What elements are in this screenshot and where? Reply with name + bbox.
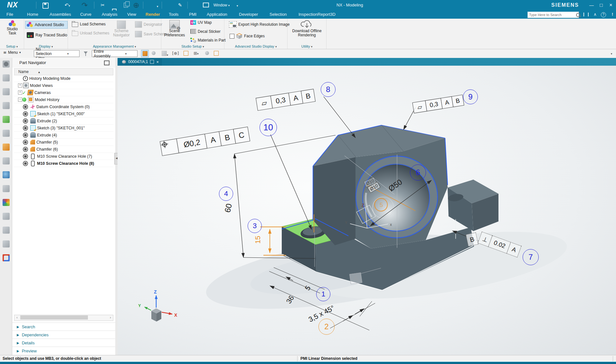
expand-icon[interactable]: +: [18, 90, 22, 95]
tree-row-extrude-2[interactable]: Extrude (2): [14, 117, 113, 125]
menu-button[interactable]: ≡ Menu ▾: [3, 50, 21, 55]
tree-row-hole-7[interactable]: M10 Screw Clearance Hole (7): [14, 153, 113, 160]
resource-tab-icon[interactable]: [3, 61, 10, 68]
resource-tab-icon[interactable]: [3, 144, 10, 151]
cube-outline-icon[interactable]: [213, 50, 220, 57]
group-label-setup[interactable]: Setup ▾: [0, 44, 24, 48]
face-edges-checkbox[interactable]: [230, 34, 234, 39]
tab-render[interactable]: Render: [145, 11, 161, 20]
pmi-balloon-6[interactable]: 6: [410, 164, 426, 181]
spray-icon[interactable]: ✎: [176, 2, 184, 8]
minimize-button[interactable]: —: [587, 1, 596, 9]
resource-tab-icon[interactable]: [3, 240, 10, 247]
tab-selection[interactable]: Selection: [269, 11, 287, 19]
ray-traced-studio-button[interactable]: Ray Traced Studio: [25, 32, 69, 39]
designator-button[interactable]: Designator: [134, 21, 164, 28]
command-search[interactable]: [527, 12, 579, 18]
scroll-left-icon[interactable]: ‹: [14, 315, 20, 320]
graphics-scene[interactable]: x Y Z: [118, 66, 616, 355]
bracket-target-icon[interactable]: [⊕]: [172, 50, 179, 57]
tree-row-hole-8-selected[interactable]: M10 Screw Clearance Hole (8): [14, 160, 113, 167]
visibility-eye-icon[interactable]: [23, 147, 28, 152]
tab-assemblies[interactable]: Assemblies: [49, 11, 71, 19]
help-icon[interactable]: ?: [600, 12, 607, 17]
tab-home[interactable]: Home: [26, 11, 39, 19]
square-target-icon[interactable]: ⊞▾: [191, 50, 201, 57]
scroll-right-icon[interactable]: ›: [108, 315, 113, 320]
detach-view-icon[interactable]: [150, 60, 154, 64]
minimize-ribbon-icon[interactable]: ∧: [592, 12, 598, 17]
undo-icon[interactable]: ↶▾: [64, 2, 71, 8]
redo-icon[interactable]: ↷: [81, 2, 88, 8]
close-button[interactable]: ×: [606, 1, 615, 9]
pmi-balloon-10[interactable]: 10: [260, 119, 277, 136]
tree-row-model-views[interactable]: + Model Views: [14, 82, 113, 89]
resource-tab-icon[interactable]: [3, 171, 10, 178]
tree-row-sketch-3[interactable]: Sketch (3) "SKETCH_001": [14, 125, 113, 132]
resource-tab-icon[interactable]: [3, 227, 10, 234]
tab-analysis[interactable]: Analysis: [101, 11, 118, 19]
tree-row-extrude-4[interactable]: Extrude (4): [14, 132, 113, 139]
decal-sticker-button[interactable]: Decal Sticker: [189, 28, 222, 34]
model-canvas[interactable]: x Y Z: [118, 66, 616, 355]
gray-sphere-icon[interactable]: [204, 50, 211, 57]
fullscreen-icon[interactable]: [583, 12, 589, 16]
dim-height-60[interactable]: 60: [223, 203, 234, 213]
visibility-eye-icon[interactable]: [23, 133, 28, 138]
pmi-balloon-9[interactable]: 9: [463, 89, 478, 104]
expand-icon[interactable]: +: [18, 83, 22, 88]
resource-tab-icon[interactable]: [3, 254, 10, 261]
tree-row-datum-csys[interactable]: Datum Coordinate System (0): [14, 103, 113, 110]
cut-icon[interactable]: ✂: [99, 2, 106, 8]
visibility-eye-icon[interactable]: [23, 140, 28, 145]
window-icon[interactable]: [203, 3, 209, 7]
resource-tab-icon[interactable]: [3, 157, 10, 164]
alert-icon[interactable]: !: [609, 12, 616, 17]
tab-pmi[interactable]: PMI: [188, 11, 197, 19]
tree-row-sketch-1[interactable]: Sketch (1) "SKETCH_000": [14, 110, 113, 117]
tree-row-chamfer-5[interactable]: Chamfer (5): [14, 139, 113, 146]
part-view-tab[interactable]: 000047/A;1 ×: [119, 58, 162, 66]
panel-window-icon[interactable]: [104, 61, 109, 65]
tab-developer[interactable]: Developer: [238, 11, 259, 19]
tab-view[interactable]: View: [127, 11, 137, 19]
resource-tab-icon[interactable]: [3, 116, 10, 123]
resource-tab-icon[interactable]: [3, 130, 10, 137]
panel-search[interactable]: ▶Search: [12, 322, 115, 331]
orientation-triad[interactable]: Z X Y: [138, 289, 177, 322]
pmi-balloon-4[interactable]: 4: [219, 187, 233, 201]
maximize-button[interactable]: □: [597, 1, 606, 9]
studio-task-button[interactable]: Studio Task: [3, 20, 21, 35]
toolbar-overflow-icon[interactable]: ▾: [234, 2, 241, 8]
group-label-utility[interactable]: Utility ▾: [288, 44, 326, 48]
visibility-eye-icon[interactable]: [23, 104, 28, 109]
resource-tab-icon[interactable]: [3, 88, 10, 95]
tab-application[interactable]: Application: [206, 11, 228, 19]
visibility-eye-icon[interactable]: [23, 154, 28, 159]
tab-tools[interactable]: Tools: [168, 11, 179, 19]
spheres-icon[interactable]: [150, 50, 157, 57]
save-icon[interactable]: [43, 3, 49, 9]
group-label-appearance[interactable]: Appearance Management ▾: [68, 44, 161, 48]
selection-filter-combo[interactable]: No Selection Filter▾: [34, 50, 80, 57]
filter-badge-icon[interactable]: ▾: [160, 50, 169, 57]
tab-curve[interactable]: Curve: [80, 11, 92, 19]
resource-tab-icon[interactable]: [3, 74, 10, 81]
datum-a-flag[interactable]: A: [349, 273, 362, 285]
pmi-balloon-8[interactable]: 8: [321, 82, 336, 97]
load-schemes-button[interactable]: Load Schemes: [71, 21, 107, 28]
filter-funnel-icon[interactable]: [82, 50, 89, 57]
visibility-eye-icon[interactable]: [23, 118, 28, 124]
pmi-balloon-7[interactable]: 7: [523, 249, 539, 265]
resource-tab-icon[interactable]: [3, 185, 10, 192]
advanced-studio-button[interactable]: Advanced Studio: [25, 21, 68, 29]
collapse-icon[interactable]: −: [18, 98, 22, 102]
tab-file[interactable]: File: [6, 11, 14, 19]
resource-tab-icon[interactable]: [3, 199, 10, 206]
window-menu[interactable]: Window ▾: [212, 2, 231, 8]
pmi-balloon-2[interactable]: 2: [318, 319, 335, 335]
group-label-asd[interactable]: Advanced Studio Display ▾: [224, 44, 287, 48]
tab-inspectionreport3d[interactable]: InspectionReport3D: [298, 11, 336, 19]
tree-row-cameras[interactable]: + ✓ Cameras: [14, 89, 113, 96]
dim-step-15-selected[interactable]: 15: [254, 236, 262, 244]
